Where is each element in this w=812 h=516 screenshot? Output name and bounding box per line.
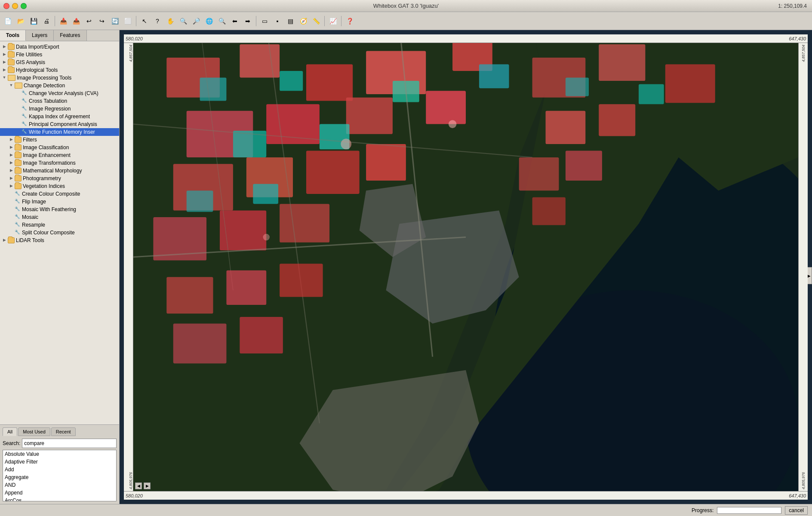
tab-tools[interactable]: Tools [0,30,26,41]
expand-arrow-icon[interactable]: ▶ [9,184,14,189]
map-image[interactable] [133,43,798,491]
tab-features[interactable]: Features [54,30,86,41]
tree-item[interactable]: ▶Filters [0,136,119,144]
pan-button[interactable]: ✋ [164,15,176,27]
tree-item[interactable]: 🔧Write Function Memory Inser [0,128,119,136]
map-left-coords: 4,857,504 4,805,976 [124,43,133,491]
coord-top-left: 580,020 [126,36,143,41]
tree-item[interactable]: 🔧Create Colour Composite [0,190,119,198]
forward-button[interactable]: ➡ [242,15,254,27]
search-result-item[interactable]: Add [3,466,116,473]
expand-arrow-icon[interactable]: ▶ [9,160,14,166]
tree-item[interactable]: ▶Photogrammetry [0,175,119,182]
zoom-out-button[interactable]: 🔎 [190,15,202,27]
search-results[interactable]: Absolute ValueAdaptive FilterAddAggregat… [3,450,117,501]
expand-arrow-icon[interactable]: ▶ [9,176,14,181]
tree-item[interactable]: 🔧Split Colour Composite [0,229,119,236]
tree-item[interactable]: ▶Vegetation Indices [0,182,119,190]
tree-panel[interactable]: ▶Data Import/Export▶File Utilities▶GIS A… [0,41,119,424]
expand-arrow-icon[interactable]: ▶ [9,153,14,158]
vector-button[interactable]: ▤ [284,15,296,27]
undo-button[interactable]: ↩ [83,15,95,27]
help-button[interactable]: ? [151,15,163,27]
search-tab-all[interactable]: All [3,427,17,436]
graph-button[interactable]: 📈 [327,15,339,27]
expand-arrow-icon[interactable]: ▶ [2,60,7,65]
map-area[interactable]: 580,020 647,430 4,857,504 4,805,976 4,85… [120,30,812,504]
expand-arrow-icon[interactable]: ▶ [2,68,7,73]
search-tab-most-used[interactable]: Most Used [18,427,50,436]
compass-button[interactable]: 🧭 [297,15,309,27]
raster-button[interactable]: ▪ [271,15,283,27]
nav-left[interactable]: ◀ [135,482,142,489]
svg-rect-15 [479,64,509,88]
coord-bottom-right: 647,430 [789,493,806,498]
window-controls[interactable] [3,3,27,9]
tree-item[interactable]: 🔧Resample [0,221,119,229]
tree-item[interactable]: 🔧Principal Component Analysis [0,120,119,128]
save-button[interactable]: 💾 [28,15,40,27]
collapse-arrow-icon[interactable]: ▼ [2,75,7,80]
open-button[interactable]: 📂 [15,15,27,27]
tree-item[interactable]: 🔧Kappa Index of Agreement [0,113,119,120]
expand-arrow-icon[interactable]: ▶ [2,238,7,243]
search-tab-recent[interactable]: Recent [51,427,76,436]
tree-item[interactable]: 🔧Change Vector Analysis (CVA) [0,89,119,97]
expand-arrow-icon[interactable]: ▶ [9,145,14,150]
maximize-button[interactable] [21,3,27,9]
tree-item[interactable]: ▶LiDAR Tools [0,236,119,244]
tree-item[interactable]: 🔧Flip Image [0,198,119,206]
back-button[interactable]: ⬅ [229,15,241,27]
svg-rect-5 [306,64,353,101]
tree-item[interactable]: 🔧Mosaic With Feathering [0,206,119,213]
tree-item[interactable]: ▶Hydrological Tools [0,66,119,74]
search-result-item[interactable]: ArcCos [3,497,116,501]
tree-item[interactable]: 🔧Cross Tabulation [0,97,119,105]
tab-layers[interactable]: Layers [26,30,54,41]
tree-item[interactable]: 🔧Mosaic [0,213,119,221]
scale-button[interactable]: 📏 [310,15,322,27]
export-button[interactable]: 📤 [70,15,82,27]
nav-right[interactable]: ▶ [144,482,151,489]
tree-item-label: Cross Tabulation [29,98,67,104]
search-result-item[interactable]: Absolute Value [3,450,116,458]
tree-item[interactable]: 🔧Image Regression [0,105,119,113]
search-input[interactable] [22,439,117,448]
new-button[interactable]: 📄 [2,15,14,27]
import-button[interactable]: 📥 [57,15,69,27]
select-button[interactable]: ↖ [138,15,151,27]
info-button[interactable]: ❓ [344,15,356,27]
expand-arrow-icon[interactable]: ▶ [9,137,14,142]
zoom-in-button[interactable]: 🔍 [177,15,189,27]
expand-arrow-icon[interactable]: ▶ [2,52,7,57]
tree-item[interactable]: ▶File Utilities [0,51,119,58]
tree-item[interactable]: ▼Image Processing Tools [0,74,119,82]
globe-button[interactable]: 🌐 [203,15,215,27]
tree-item[interactable]: ▶Mathematical Morphology [0,167,119,175]
print-button[interactable]: 🖨 [40,15,52,27]
redo-button[interactable]: ↪ [96,15,108,27]
cancel-button[interactable]: cancel [785,506,808,515]
expand-arrow-icon[interactable]: ▶ [9,168,14,173]
tree-item[interactable]: ▶Image Enhancement [0,151,119,159]
close-button[interactable] [3,3,9,9]
search-result-item[interactable]: Adaptive Filter [3,458,116,466]
window-button[interactable]: ⬜ [122,15,134,27]
search-result-item[interactable]: AND [3,481,116,489]
collapse-arrow-icon[interactable]: ▼ [9,83,14,88]
search-result-item[interactable]: Aggregate [3,473,116,481]
tree-item[interactable]: ▶Image Transformations [0,159,119,167]
tool-icon: 🔧 [22,90,28,96]
layer-button[interactable]: ▭ [258,15,271,27]
tree-item-label: Filters [23,137,37,143]
expand-arrow-icon[interactable]: ▶ [2,44,7,49]
refresh-button[interactable]: 🔄 [109,15,121,27]
tree-item[interactable]: ▶Image Classification [0,144,119,151]
separator-5 [341,16,341,26]
minimize-button[interactable] [12,3,18,9]
tree-item[interactable]: ▼Change Detection [0,82,119,89]
search-result-item[interactable]: Append [3,489,116,497]
search-map-button[interactable]: 🔍 [216,15,228,27]
tree-item[interactable]: ▶GIS Analysis [0,58,119,66]
tree-item[interactable]: ▶Data Import/Export [0,43,119,51]
